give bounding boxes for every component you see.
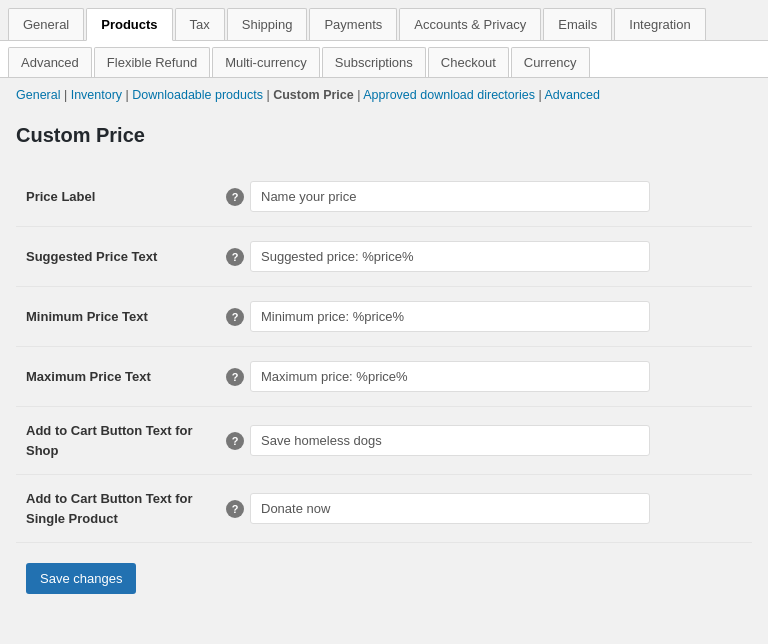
help-icon[interactable]: ? — [226, 432, 244, 450]
sub-tab-subscriptions[interactable]: Subscriptions — [322, 47, 426, 77]
help-icon[interactable]: ? — [226, 188, 244, 206]
field-text-input[interactable] — [250, 361, 650, 392]
field-row: Add to Cart Button Text for Shop? — [16, 407, 752, 475]
field-help-container: ? — [226, 432, 250, 450]
sub-tab-advanced[interactable]: Advanced — [8, 47, 92, 77]
field-row: Minimum Price Text? — [16, 287, 752, 347]
field-input-container — [250, 301, 742, 332]
field-row: Price Label? — [16, 167, 752, 227]
sub-tab-multi-currency[interactable]: Multi-currency — [212, 47, 320, 77]
help-icon[interactable]: ? — [226, 308, 244, 326]
field-help-container: ? — [226, 188, 250, 206]
field-input-container — [250, 181, 742, 212]
field-input-container — [250, 425, 742, 456]
sub-tab-currency[interactable]: Currency — [511, 47, 590, 77]
breadcrumb-link[interactable]: Downloadable products — [132, 88, 263, 102]
field-label: Price Label — [26, 189, 226, 204]
top-tab-integration[interactable]: Integration — [614, 8, 705, 40]
breadcrumb-link[interactable]: Inventory — [71, 88, 122, 102]
top-tab-accounts---privacy[interactable]: Accounts & Privacy — [399, 8, 541, 40]
top-tab-payments[interactable]: Payments — [309, 8, 397, 40]
breadcrumb: General | Inventory | Downloadable produ… — [0, 78, 768, 108]
field-row: Suggested Price Text? — [16, 227, 752, 287]
breadcrumb-separator: | — [263, 88, 273, 102]
field-text-input[interactable] — [250, 241, 650, 272]
breadcrumb-current: Custom Price — [273, 88, 354, 102]
field-help-container: ? — [226, 308, 250, 326]
breadcrumb-link[interactable]: Advanced — [544, 88, 600, 102]
field-help-container: ? — [226, 368, 250, 386]
top-tab-shipping[interactable]: Shipping — [227, 8, 308, 40]
sub-tabs-container: AdvancedFlexible RefundMulti-currencySub… — [0, 41, 768, 78]
help-icon[interactable]: ? — [226, 500, 244, 518]
breadcrumb-separator: | — [60, 88, 70, 102]
page-title: Custom Price — [16, 124, 752, 147]
breadcrumb-link[interactable]: Approved download directories — [363, 88, 535, 102]
sub-tab-flexible-refund[interactable]: Flexible Refund — [94, 47, 210, 77]
field-input-container — [250, 241, 742, 272]
field-help-container: ? — [226, 248, 250, 266]
field-row: Maximum Price Text? — [16, 347, 752, 407]
breadcrumb-separator: | — [535, 88, 545, 102]
field-label: Add to Cart Button Text for Shop — [26, 421, 226, 460]
help-icon[interactable]: ? — [226, 368, 244, 386]
top-tab-products[interactable]: Products — [86, 8, 172, 41]
breadcrumb-separator: | — [122, 88, 132, 102]
save-button[interactable]: Save changes — [26, 563, 136, 594]
field-label: Minimum Price Text — [26, 309, 226, 324]
field-text-input[interactable] — [250, 425, 650, 456]
field-text-input[interactable] — [250, 493, 650, 524]
field-input-container — [250, 493, 742, 524]
top-tab-tax[interactable]: Tax — [175, 8, 225, 40]
field-label: Add to Cart Button Text for Single Produ… — [26, 489, 226, 528]
help-icon[interactable]: ? — [226, 248, 244, 266]
fields-container: Price Label?Suggested Price Text?Minimum… — [16, 167, 752, 543]
breadcrumb-separator: | — [354, 88, 364, 102]
field-text-input[interactable] — [250, 301, 650, 332]
top-tabs-container: GeneralProductsTaxShippingPaymentsAccoun… — [0, 0, 768, 41]
field-help-container: ? — [226, 500, 250, 518]
field-text-input[interactable] — [250, 181, 650, 212]
top-tab-general[interactable]: General — [8, 8, 84, 40]
field-row: Add to Cart Button Text for Single Produ… — [16, 475, 752, 543]
sub-tab-checkout[interactable]: Checkout — [428, 47, 509, 77]
content-area: Custom Price Price Label?Suggested Price… — [0, 108, 768, 614]
breadcrumb-link[interactable]: General — [16, 88, 60, 102]
field-label: Suggested Price Text — [26, 249, 226, 264]
field-input-container — [250, 361, 742, 392]
top-tab-emails[interactable]: Emails — [543, 8, 612, 40]
field-label: Maximum Price Text — [26, 369, 226, 384]
